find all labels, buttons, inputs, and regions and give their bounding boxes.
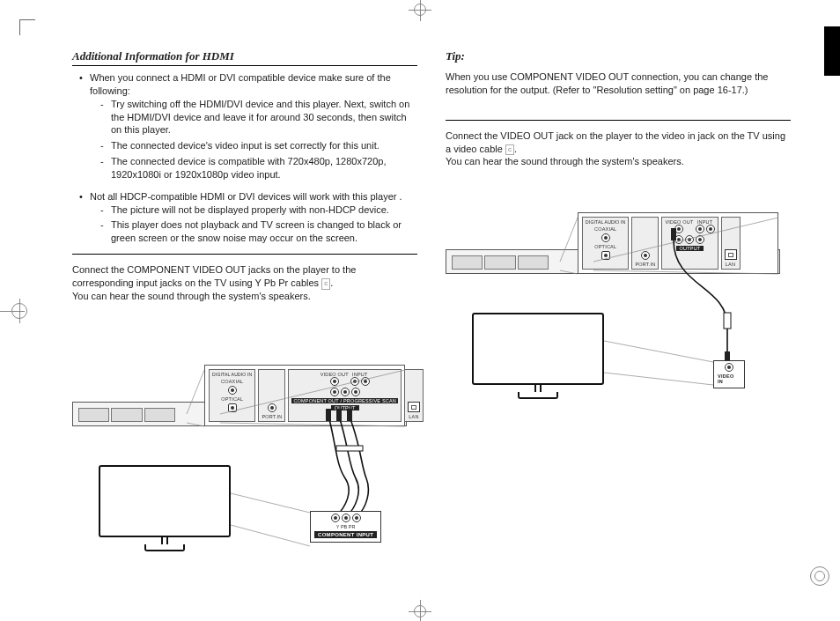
video-para-1: Connect the VIDEO OUT jack on the player… xyxy=(446,130,785,154)
svg-line-10 xyxy=(560,218,578,262)
svg-rect-6 xyxy=(347,409,352,421)
tv-icon-2 xyxy=(472,313,604,410)
video-para-2: You can hear the sound through the syste… xyxy=(446,156,684,166)
cable-ref-icon-2: c xyxy=(505,144,514,156)
hdmi-dash-list-1: Try switching off the HDMI/DVI device an… xyxy=(90,98,417,181)
thumb-tab xyxy=(824,26,840,76)
svg-rect-15 xyxy=(724,313,731,329)
crop-mark-left xyxy=(0,299,25,323)
hdcp-dash-list: The picture will not be displayed proper… xyxy=(90,203,417,246)
tv-y-jack-icon xyxy=(331,514,340,522)
tv-ypbpr-label: Y PB PR xyxy=(336,524,356,529)
hdmi-bullet-list: When you connect a HDMI or DVI compatibl… xyxy=(72,71,417,181)
tip-heading: Tip: xyxy=(446,49,791,65)
page-content: Additional Information for HDMI When you… xyxy=(72,49,791,572)
svg-rect-14 xyxy=(671,228,676,240)
section-rule-right xyxy=(446,120,791,121)
tv-video-in-label: VIDEO IN xyxy=(718,373,741,384)
hdcp-bullet-list: Not all HDCP-compatible HDMI or DVI devi… xyxy=(72,190,417,245)
svg-rect-7 xyxy=(336,446,363,451)
component-para-2: You can hear the sound through the syste… xyxy=(72,291,311,301)
hdcp-dash-b: This player does not playback and TV scr… xyxy=(102,218,417,245)
crop-mark-corner xyxy=(19,19,35,35)
tv-video-in-panel: VIDEO IN xyxy=(713,360,745,388)
hdcp-bullet-text: Not all HDCP-compatible HDMI or DVI devi… xyxy=(90,191,402,202)
component-connection-text: Connect the COMPONENT VIDEO OUT jacks on… xyxy=(72,263,417,303)
svg-line-2 xyxy=(187,423,204,426)
tv-component-input-panel: Y PB PR COMPONENT INPUT xyxy=(310,511,381,543)
hdcp-dash-a: The picture will not be displayed proper… xyxy=(102,203,417,217)
tv-icon xyxy=(99,465,231,562)
svg-rect-4 xyxy=(326,409,331,421)
component-connection-diagram: DIGITAL AUDIO IN COAXIAL OPTICAL PORT.IN… xyxy=(72,315,417,553)
svg-line-3 xyxy=(220,423,405,426)
tv-component-input-label: COMPONENT INPUT xyxy=(314,531,377,538)
video-connection-text: Connect the VIDEO OUT jack on the player… xyxy=(446,129,791,169)
tv-pr-jack-icon xyxy=(352,514,361,522)
svg-line-11 xyxy=(593,218,778,262)
svg-line-12 xyxy=(560,270,578,274)
tv-pb-jack-icon xyxy=(342,514,350,522)
tip-text: When you use COMPONENT VIDEO OUT connect… xyxy=(446,70,791,97)
crop-mark-top xyxy=(409,0,431,21)
tv-video-in-jack-icon xyxy=(725,363,733,372)
hdmi-dash-1c: The connected device is compatible with … xyxy=(102,155,417,181)
video-connection-diagram: DIGITAL AUDIO IN COAXIAL OPTICAL PORT.IN… xyxy=(446,181,791,401)
hdmi-dash-1b: The connected device's video input is se… xyxy=(102,139,417,152)
hdmi-dash-1a: Try switching off the HDMI/DVI device an… xyxy=(102,98,417,137)
crop-mark-bottom xyxy=(409,600,431,621)
component-para-1: Connect the COMPONENT VIDEO OUT jacks on… xyxy=(72,264,356,288)
svg-rect-5 xyxy=(336,409,342,421)
registration-mark xyxy=(810,566,829,586)
svg-line-1 xyxy=(220,370,405,414)
svg-line-0 xyxy=(187,370,204,414)
section-rule xyxy=(72,254,417,255)
left-column: Additional Information for HDMI When you… xyxy=(72,49,417,572)
hdmi-info-heading: Additional Information for HDMI xyxy=(72,49,417,66)
hdmi-bullet-1: When you connect a HDMI or DVI compatibl… xyxy=(81,71,417,181)
cable-ref-icon: c xyxy=(321,278,330,290)
right-column: Tip: When you use COMPONENT VIDEO OUT co… xyxy=(446,49,791,572)
hdcp-bullet: Not all HDCP-compatible HDMI or DVI devi… xyxy=(81,190,417,245)
hdmi-bullet-1-text: When you connect a HDMI or DVI compatibl… xyxy=(90,72,391,96)
